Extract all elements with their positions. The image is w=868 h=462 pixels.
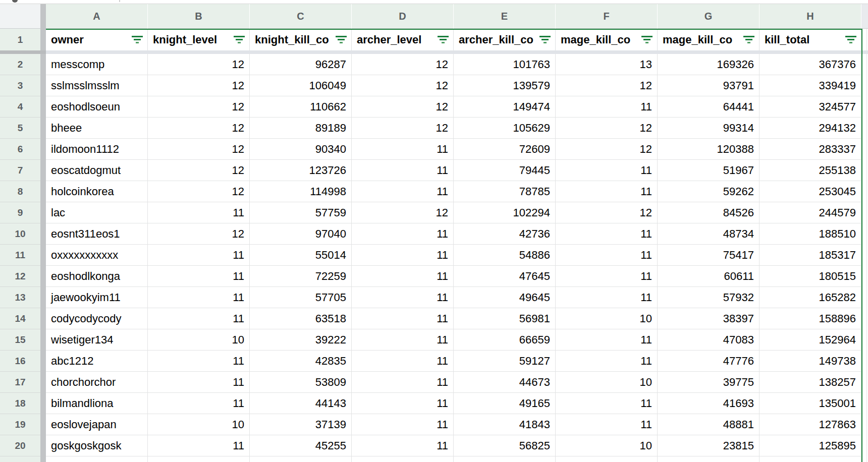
cell-E4[interactable]: 149474 [454,96,556,118]
row-number[interactable]: 5 [0,118,40,139]
cell-H8[interactable]: 253045 [760,181,861,202]
cell-E18[interactable]: 49165 [454,393,556,414]
header-cell-owner[interactable]: owner [46,29,148,50]
cell-H9[interactable]: 244579 [760,202,861,223]
cell-F8[interactable]: 11 [556,181,658,202]
cell-A13[interactable]: jaewookyim11 [46,287,148,308]
cell-G5[interactable]: 99314 [658,118,760,139]
row-number[interactable]: 4 [0,96,40,118]
cell-G20[interactable]: 23815 [658,435,760,456]
frozen-divider-horizontal[interactable] [0,50,868,54]
cell-G10[interactable]: 48734 [658,223,760,245]
cell-A11[interactable]: oxxxxxxxxxxx [46,245,148,266]
cell-E12[interactable]: 47645 [454,266,556,287]
cell-E7[interactable]: 79445 [454,160,556,181]
cell-A16[interactable]: abc1212 [46,351,148,372]
cell-A3[interactable]: sslmsslmsslm [46,75,148,96]
cell-G[interactable] [658,456,760,462]
cell-E19[interactable]: 41843 [454,414,556,435]
row-number[interactable]: 14 [0,308,40,329]
header-cell-knight-level[interactable]: knight_level [148,29,250,50]
cell-E3[interactable]: 139579 [454,75,556,96]
cell-H17[interactable]: 138257 [760,372,861,393]
header-cell-archer-level[interactable]: archer_level [352,29,454,50]
row-number[interactable]: 11 [0,245,40,266]
cell-B17[interactable]: 11 [148,372,250,393]
cell-G17[interactable]: 39775 [658,372,760,393]
cell-G8[interactable]: 59262 [658,181,760,202]
cell-E15[interactable]: 66659 [454,329,556,351]
cell-B11[interactable]: 11 [148,245,250,266]
cell-A15[interactable]: wisetiger134 [46,329,148,351]
select-all-corner[interactable] [0,4,40,29]
row-number[interactable] [0,456,40,462]
cell-A9[interactable]: lac [46,202,148,223]
cell-D5[interactable]: 12 [352,118,454,139]
cell-H5[interactable]: 294132 [760,118,861,139]
cell-H18[interactable]: 135001 [760,393,861,414]
row-number[interactable]: 19 [0,414,40,435]
row-number[interactable]: 7 [0,160,40,181]
cell-D7[interactable]: 11 [352,160,454,181]
cell-B3[interactable]: 12 [148,75,250,96]
cell-B5[interactable]: 12 [148,118,250,139]
cell-H2[interactable]: 367376 [760,54,861,75]
cell-D13[interactable]: 11 [352,287,454,308]
cell-H19[interactable]: 127863 [760,414,861,435]
cell-D[interactable] [352,456,454,462]
cell-A[interactable] [46,456,148,462]
cell-G18[interactable]: 41693 [658,393,760,414]
cell-C3[interactable]: 106049 [250,75,352,96]
cell-E[interactable] [454,456,556,462]
cell-A6[interactable]: ildomoon1112 [46,139,148,160]
cell-G12[interactable]: 60611 [658,266,760,287]
cell-B20[interactable]: 11 [148,435,250,456]
cell-F3[interactable]: 12 [556,75,658,96]
column-header-D[interactable]: D [352,4,454,29]
cell-C19[interactable]: 37139 [250,414,352,435]
cell-H10[interactable]: 188510 [760,223,861,245]
cell-G4[interactable]: 64441 [658,96,760,118]
cell-D3[interactable]: 12 [352,75,454,96]
column-header-H[interactable]: H [760,4,861,29]
cell-E9[interactable]: 102294 [454,202,556,223]
cell-E20[interactable]: 56825 [454,435,556,456]
cell-C15[interactable]: 39222 [250,329,352,351]
cell-H16[interactable]: 149738 [760,351,861,372]
column-header-F[interactable]: F [556,4,658,29]
cell-D20[interactable]: 11 [352,435,454,456]
cell-A8[interactable]: holcoinkorea [46,181,148,202]
cell-A12[interactable]: eoshodlkonga [46,266,148,287]
cell-F13[interactable]: 11 [556,287,658,308]
cell-D11[interactable]: 11 [352,245,454,266]
cell-D9[interactable]: 12 [352,202,454,223]
cell-E11[interactable]: 54886 [454,245,556,266]
frozen-divider-vertical[interactable] [40,4,46,29]
cell-B4[interactable]: 12 [148,96,250,118]
cell-E6[interactable]: 72609 [454,139,556,160]
cell-E8[interactable]: 78785 [454,181,556,202]
cell-D16[interactable]: 11 [352,351,454,372]
filter-icon[interactable] [640,36,654,43]
row-number[interactable]: 16 [0,351,40,372]
cell-C5[interactable]: 89189 [250,118,352,139]
cell-C13[interactable]: 57705 [250,287,352,308]
cell-D15[interactable]: 11 [352,329,454,351]
row-number[interactable]: 3 [0,75,40,96]
cell-F10[interactable]: 11 [556,223,658,245]
cell-C2[interactable]: 96287 [250,54,352,75]
cell-H15[interactable]: 152964 [760,329,861,351]
cell-E14[interactable]: 56981 [454,308,556,329]
cell-F18[interactable]: 11 [556,393,658,414]
header-cell-kill-total[interactable]: kill_total [760,29,861,50]
cell-E17[interactable]: 44673 [454,372,556,393]
cell-H[interactable] [760,456,861,462]
cell-B10[interactable]: 12 [148,223,250,245]
row-number[interactable]: 12 [0,266,40,287]
cell-B8[interactable]: 12 [148,181,250,202]
cell-B15[interactable]: 10 [148,329,250,351]
cell-F20[interactable]: 10 [556,435,658,456]
row-number[interactable]: 13 [0,287,40,308]
row-number[interactable]: 20 [0,435,40,456]
column-header-E[interactable]: E [454,4,556,29]
